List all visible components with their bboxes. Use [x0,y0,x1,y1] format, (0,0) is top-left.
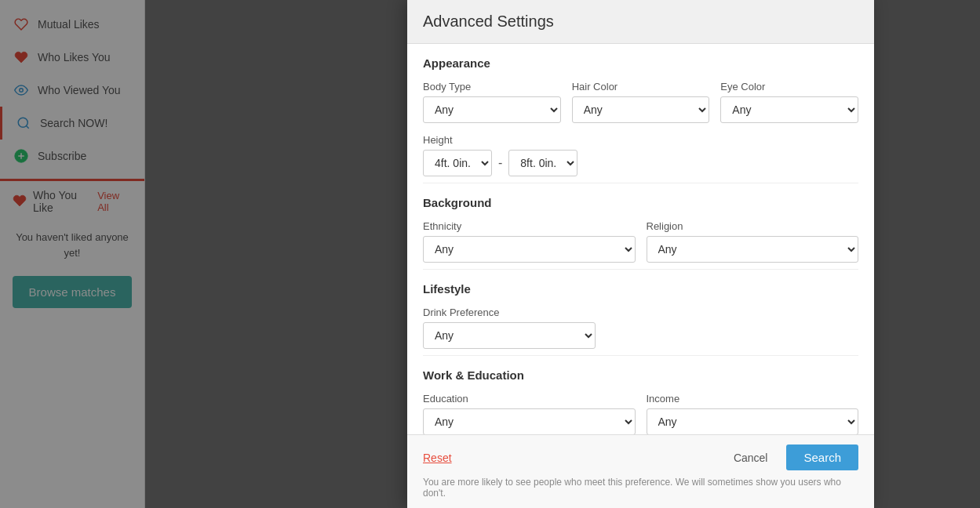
income-group: Income Any [647,393,859,434]
footer-actions: Reset Cancel Search [423,444,858,470]
background-section: Background Ethnicity Any Religion Any [423,183,858,270]
appearance-fields-row: Body Type Any Hair Color Any Eye Color A… [423,81,858,123]
education-group: Education Any [423,393,636,434]
height-dash: - [498,156,502,176]
modal-body: Appearance Body Type Any Hair Color Any … [407,44,874,434]
body-type-group: Body Type Any [423,81,561,123]
religion-group: Religion Any [647,220,859,263]
work-education-fields-row: Education Any Income Any [423,393,858,434]
education-select[interactable]: Any [423,408,636,434]
lifestyle-section-title: Lifestyle [423,282,858,296]
education-label: Education [423,393,636,405]
background-fields-row: Ethnicity Any Religion Any [423,220,858,263]
drink-preference-select[interactable]: Any [423,322,596,349]
eye-color-group: Eye Color Any [720,81,858,123]
hair-color-group: Hair Color Any [572,81,710,123]
body-type-label: Body Type [423,81,561,93]
drink-preference-label: Drink Preference [423,307,596,318]
height-max-select[interactable]: 8ft. 0in. 7ft. 0in. [508,150,577,176]
ethnicity-label: Ethnicity [423,220,636,232]
ethnicity-select[interactable]: Any [423,236,636,263]
cancel-button[interactable]: Cancel [724,445,778,470]
eye-color-select[interactable]: Any [720,96,858,123]
advanced-settings-modal: Advanced Settings Appearance Body Type A… [407,0,874,508]
appearance-section-title: Appearance [423,56,858,70]
body-type-select[interactable]: Any [423,96,561,123]
height-label: Height [423,134,858,146]
drink-preference-group: Drink Preference Any [423,307,596,349]
appearance-section: Appearance Body Type Any Hair Color Any … [423,44,858,183]
income-select[interactable]: Any [647,408,859,434]
height-group: Height 4ft. 0in. 5ft. 0in. - 8ft. 0in. 7… [423,134,858,176]
footer-note: You are more likely to see people who me… [423,477,858,499]
work-education-section-title: Work & Education [423,368,858,382]
modal-header: Advanced Settings [407,0,874,44]
hair-color-select[interactable]: Any [572,96,710,123]
search-button[interactable]: Search [786,444,858,470]
hair-color-label: Hair Color [572,81,710,93]
lifestyle-section: Lifestyle Drink Preference Any [423,270,858,356]
eye-color-label: Eye Color [720,81,858,93]
modal-footer: Reset Cancel Search You are more likely … [407,434,874,508]
reset-link[interactable]: Reset [423,452,452,464]
work-education-section: Work & Education Education Any Income An… [423,356,858,434]
lifestyle-fields-row: Drink Preference Any [423,307,858,349]
height-row: 4ft. 0in. 5ft. 0in. - 8ft. 0in. 7ft. 0in… [423,150,858,176]
height-min-select[interactable]: 4ft. 0in. 5ft. 0in. [423,150,492,176]
ethnicity-group: Ethnicity Any [423,220,636,263]
religion-label: Religion [647,220,859,232]
religion-select[interactable]: Any [647,236,859,263]
modal-title: Advanced Settings [423,13,858,31]
income-label: Income [647,393,859,405]
background-section-title: Background [423,196,858,209]
